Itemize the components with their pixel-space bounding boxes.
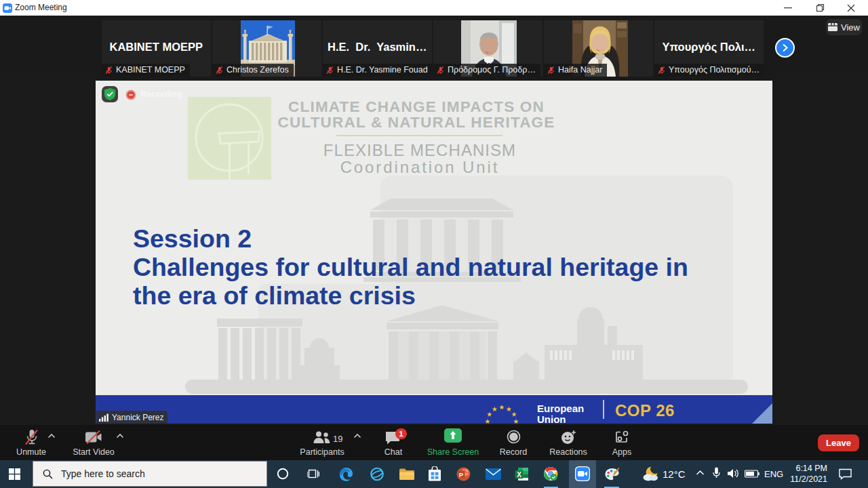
svg-text:P: P (459, 471, 464, 479)
svg-text:X: X (517, 471, 521, 479)
